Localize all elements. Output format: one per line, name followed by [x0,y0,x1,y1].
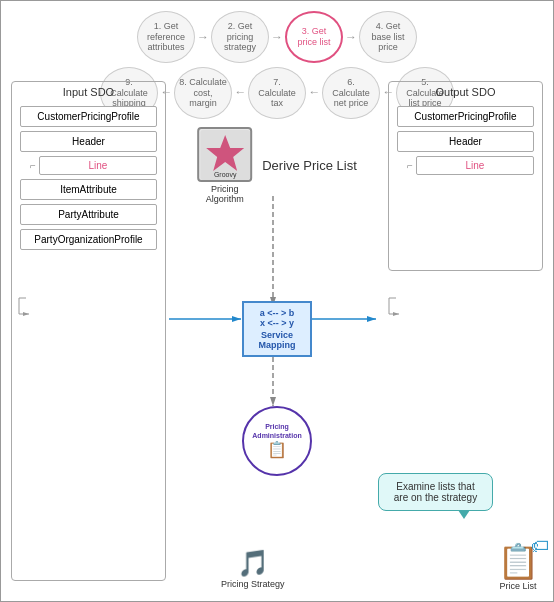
pricing-admin-label: PricingAdministration [252,423,301,440]
pricing-admin-area: PricingAdministration 📋 [242,406,312,476]
pricing-strategy-area: 🎵 Pricing Strategy [221,548,285,589]
tooltip-bubble: Examine lists that are on the strategy [378,473,493,511]
output-sdo-box: Output SDO CustomerPricingProfile Header… [388,81,543,271]
pricing-strategy-label: Pricing Strategy [221,579,285,589]
output-sdo-item-header: Header [397,131,534,152]
arrow-7-6: → [308,86,320,100]
price-list-area: 📋 🏷 Price List [497,541,539,591]
pricing-algorithm-area: Groovy PricingAlgorithm Derive Price Lis… [197,127,357,204]
input-sdo-box: Input SDO CustomerPricingProfile Header … [11,81,166,581]
workflow-node-6[interactable]: 6. Calculate net price [322,67,380,119]
workflow-row-1: 1. Get reference attributes → 2. Get pri… [1,3,553,67]
arrow-2-3: → [271,30,283,44]
output-line-indent-arrow: ⌐ [407,160,413,171]
workflow-node-3[interactable]: 3. Get price list [285,11,343,63]
output-sdo-title: Output SDO [389,82,542,102]
svg-text:Groovy: Groovy [213,171,236,179]
arrow-1-2: → [197,30,209,44]
input-sdo-item-header: Header [20,131,157,152]
line-indent-arrow: ⌐ [30,160,36,171]
service-mapping-box: a <-- > b x <-- > y ServiceMapping [242,301,312,357]
input-sdo-item-itemattribute: ItemAttribute [20,179,157,200]
input-sdo-title: Input SDO [12,82,165,102]
pricing-algorithm-label: PricingAlgorithm [206,184,244,204]
output-sdo-item-line: Line [416,156,534,175]
pricing-strategy-icon: 🎵 [237,548,269,579]
input-sdo-item-line: Line [39,156,157,175]
groovy-icon: Groovy [197,127,252,182]
tooltip-pointer [458,510,470,519]
output-sdo-item-customerpricingprofile: CustomerPricingProfile [397,106,534,127]
price-list-label: Price List [499,581,536,591]
service-mapping-label: ServiceMapping [251,330,303,350]
workflow-node-7[interactable]: 7. Calculate tax [248,67,306,119]
workflow-node-2[interactable]: 2. Get pricing strategy [211,11,269,63]
workflow-node-8[interactable]: 8. Calculate cost, margin [174,67,232,119]
input-sdo-item-customerpricingprofile: CustomerPricingProfile [20,106,157,127]
input-sdo-item-partyattribute: PartyAttribute [20,204,157,225]
service-mapping-line2: x <-- > y [251,318,303,328]
arrow-3-4: → [345,30,357,44]
pricing-admin-icon: 📋 [267,440,287,459]
pricing-admin-circle: PricingAdministration 📋 [242,406,312,476]
input-sdo-item-partyorgprofile: PartyOrganizationProfile [20,229,157,250]
derive-price-list-label: Derive Price List [262,158,357,173]
price-list-tag-icon: 🏷 [531,536,549,557]
service-mapping-line1: a <-- > b [251,308,303,318]
main-container: 1. Get reference attributes → 2. Get pri… [0,0,554,602]
workflow-node-4[interactable]: 4. Get base list price [359,11,417,63]
arrow-8-7: → [234,86,246,100]
workflow-node-1[interactable]: 1. Get reference attributes [137,11,195,63]
tooltip-text: Examine lists that are on the strategy [394,481,477,503]
